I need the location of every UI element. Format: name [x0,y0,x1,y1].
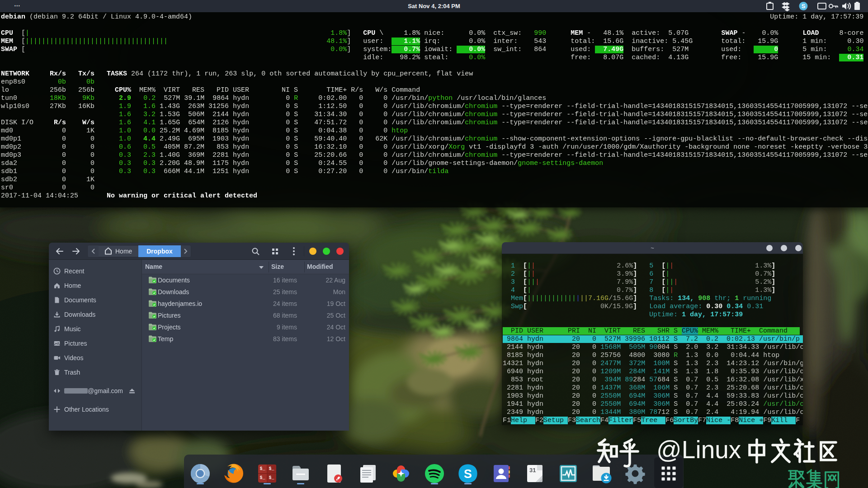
svg-text:31: 31 [529,467,536,474]
svg-text:$_: $_ [269,475,275,480]
svg-text:Home: Home [115,248,132,255]
svg-text:S: S [464,467,472,481]
svg-text:$_: $_ [260,466,266,471]
svg-text:$_: $_ [260,475,266,480]
svg-text:S: S [802,3,806,9]
svg-text:$_: $_ [269,466,275,471]
svg-text:Dropbox: Dropbox [146,248,173,255]
